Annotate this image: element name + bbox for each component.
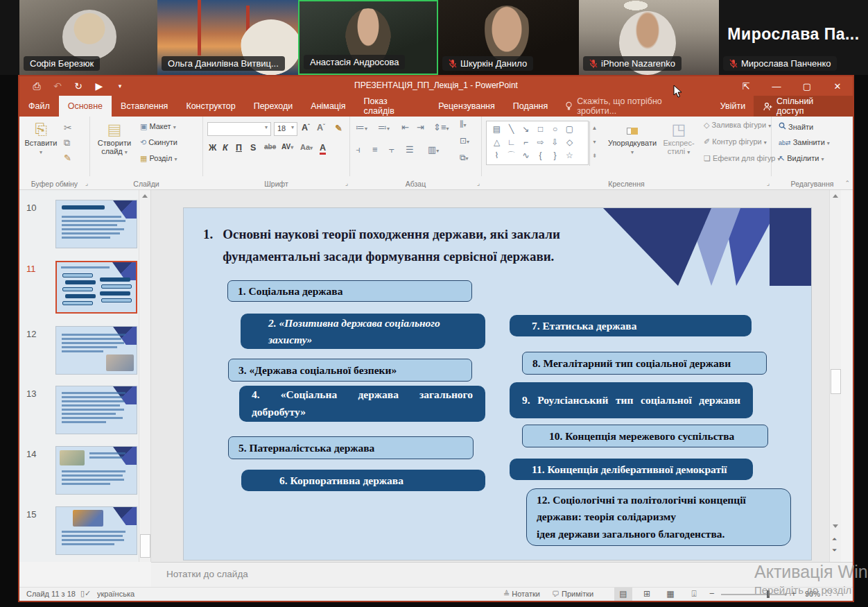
shapes-gallery-scroll[interactable]: ▲▾⇟: [589, 121, 599, 166]
strikethrough-button[interactable]: abe: [264, 143, 276, 151]
shape-elbow-icon[interactable]: ∟: [504, 136, 519, 149]
shape-fill-button[interactable]: ◇ Заливка фігури ▾: [704, 121, 771, 130]
thumbnail-slide-10[interactable]: [55, 200, 137, 248]
copy-icon[interactable]: ⧉: [64, 137, 70, 148]
thumbnail-slide-11-selected[interactable]: [55, 261, 137, 314]
scrollbar-thumb[interactable]: [831, 369, 841, 394]
thumbnail-slide-13[interactable]: [55, 386, 137, 434]
slide-shape-9[interactable]: 9. Роулсіанський тип соціальної держави: [510, 382, 753, 418]
clipboard-dialog-launcher[interactable]: ⌟: [85, 180, 88, 187]
language-indicator[interactable]: українська: [97, 590, 134, 598]
slide-title[interactable]: 1. Основні наукові теорії походження дер…: [203, 223, 619, 268]
clear-formatting-button[interactable]: ✎: [335, 123, 342, 133]
arrange-button[interactable]: Упорядкувати▾: [607, 121, 658, 155]
justify-icon[interactable]: ☰: [406, 144, 414, 155]
shape-effects-button[interactable]: ❏ Ефекти для фігур ▾: [704, 154, 781, 163]
shape-down-arrow-icon[interactable]: ⇩: [548, 136, 562, 149]
notes-pane[interactable]: Нотатки до слайда: [151, 562, 853, 587]
reading-view-button[interactable]: ▦: [661, 588, 679, 601]
zoom-out-button[interactable]: −: [709, 588, 715, 599]
line-spacing-icon[interactable]: ⇕≡▾: [433, 122, 449, 132]
slide-shape-11[interactable]: 11. Концепція деліберативної демократії: [510, 459, 753, 480]
shape-pentagon-icon[interactable]: ◇: [562, 136, 577, 149]
drawing-dialog-launcher[interactable]: ⌟: [767, 180, 770, 187]
tab-insert[interactable]: Вставлення: [112, 96, 177, 117]
shrink-font-button[interactable]: Аˇ: [317, 123, 325, 132]
font-dialog-launcher[interactable]: ⌟: [345, 180, 348, 187]
shape-triangle-icon[interactable]: △: [489, 136, 504, 149]
shapes-gallery[interactable]: ▤╲↘□○▢ △∟⌐⇨⇩◇ ⌇⌒∿{}☆ ▲▾⇟: [486, 121, 589, 165]
participant-tile-camera-off[interactable]: Мирослава Па... Мирослава Панченко: [719, 0, 868, 75]
maximize-button[interactable]: ▢: [792, 76, 822, 96]
format-painter-icon[interactable]: ✎: [64, 153, 71, 163]
slide-shape-5[interactable]: 5. Патерналістська держава: [228, 436, 474, 459]
shape-outline-button[interactable]: ✐ Контур фігури ▾: [704, 137, 767, 146]
layout-button[interactable]: ▣ Макет ▾: [140, 122, 176, 131]
slide-shape-4[interactable]: 4. «Соціальна держава загального добробу…: [239, 386, 485, 422]
slide-canvas[interactable]: 1. Основні наукові теорії походження дер…: [184, 208, 811, 560]
thumbnail-slide-15[interactable]: [55, 506, 137, 555]
paragraph-dialog-launcher[interactable]: ⌟: [477, 180, 480, 187]
numbering-icon[interactable]: ≕▾: [378, 122, 390, 132]
ribbon-display-options-button[interactable]: ⇱: [731, 76, 761, 96]
notes-toggle[interactable]: ≜ Нотатки: [503, 590, 540, 599]
tab-animations[interactable]: Анімація: [302, 96, 354, 117]
comments-toggle[interactable]: 🗩 Примітки: [552, 590, 593, 598]
minimize-button[interactable]: —: [761, 76, 792, 96]
participant-tile[interactable]: Софія Березюк: [19, 0, 157, 75]
collapse-ribbon-icon[interactable]: ⌃: [844, 180, 850, 187]
shape-rounded-rectangle-icon[interactable]: ▢: [562, 123, 577, 136]
grow-font-button[interactable]: Аˆ: [302, 123, 310, 132]
character-spacing-button[interactable]: AV▾: [281, 143, 293, 151]
tell-me-box[interactable]: Скажіть, що потрібно зробити...: [557, 96, 712, 117]
thumbnail-slide-14[interactable]: [55, 446, 137, 495]
shape-textbox-icon[interactable]: ▤: [489, 123, 504, 136]
participant-tile[interactable]: iPhone Nazarenko: [579, 0, 719, 75]
underline-button[interactable]: П: [236, 143, 242, 153]
bold-button[interactable]: Ж: [209, 143, 216, 153]
shape-arc-icon[interactable]: ⌒: [504, 149, 519, 162]
slide-sorter-view-button[interactable]: ⊞: [638, 588, 656, 601]
cut-icon[interactable]: ✂: [64, 122, 72, 133]
share-button[interactable]: Спільний доступ: [754, 96, 853, 117]
scrollbar-thumb[interactable]: [140, 534, 150, 558]
shape-left-brace-icon[interactable]: {: [533, 149, 548, 162]
slide-shape-2[interactable]: 2. «Позитивна держава соціального захист…: [241, 314, 485, 349]
new-slide-button[interactable]: ▤ Створити слайд ▾: [92, 121, 137, 155]
font-name-combo[interactable]: ▾: [207, 122, 271, 136]
find-button[interactable]: Знайти: [779, 122, 813, 131]
participant-tile[interactable]: Ольга Данилівна Витвиц...: [157, 0, 298, 75]
scroll-down-icon[interactable]: [833, 524, 838, 528]
shape-curve-icon[interactable]: ∿: [519, 149, 533, 162]
shape-oval-icon[interactable]: ○: [548, 123, 562, 136]
slide-shape-7[interactable]: 7. Етатиська держава: [510, 315, 752, 336]
slide-shape-8[interactable]: 8. Мегалітарний тип соціальної держави: [522, 352, 767, 375]
columns-icon[interactable]: ▥▾: [428, 144, 439, 155]
sign-in-button[interactable]: Увійти: [712, 96, 754, 117]
smartart-convert-icon[interactable]: ⧉▾: [460, 153, 469, 162]
tab-home[interactable]: Основне: [59, 96, 112, 117]
shape-right-arrow-icon[interactable]: ⇨: [533, 136, 548, 149]
slide-number-indicator[interactable]: Слайд 11 з 18: [26, 590, 76, 598]
thumbnail-slide-12[interactable]: [55, 326, 137, 375]
slide-shape-12[interactable]: 12. Соціологічні та політологічні концеп…: [526, 488, 791, 546]
italic-button[interactable]: К: [223, 143, 228, 153]
select-button[interactable]: ↖ Виділити ▾: [779, 154, 824, 163]
shadow-button[interactable]: S: [250, 143, 256, 153]
font-color-button[interactable]: А: [320, 143, 326, 155]
slide-shape-1[interactable]: 1. Соціальна держава: [227, 280, 472, 302]
participant-tile[interactable]: Шкуркін Данило: [438, 0, 579, 75]
previous-slide-icon[interactable]: ⏶: [832, 536, 837, 542]
align-left-icon[interactable]: ⫞: [356, 144, 361, 155]
quick-styles-button[interactable]: ◳ Експрес-стилі ▾: [657, 121, 701, 155]
tab-file[interactable]: Файл: [19, 96, 59, 117]
text-direction-icon[interactable]: ⫼▾: [460, 119, 467, 129]
align-right-icon[interactable]: ⫟: [389, 144, 394, 155]
replace-button[interactable]: ab⇄ Замінити ▾: [779, 138, 830, 146]
thumbnail-scrollbar[interactable]: [139, 190, 150, 562]
align-center-icon[interactable]: ≡: [372, 144, 378, 155]
bullets-icon[interactable]: ≔▾: [356, 122, 367, 132]
close-button[interactable]: ✕: [822, 76, 853, 96]
change-case-button[interactable]: Aa▾: [300, 143, 313, 151]
paste-button[interactable]: ⎘ Вставити▾: [21, 121, 61, 155]
